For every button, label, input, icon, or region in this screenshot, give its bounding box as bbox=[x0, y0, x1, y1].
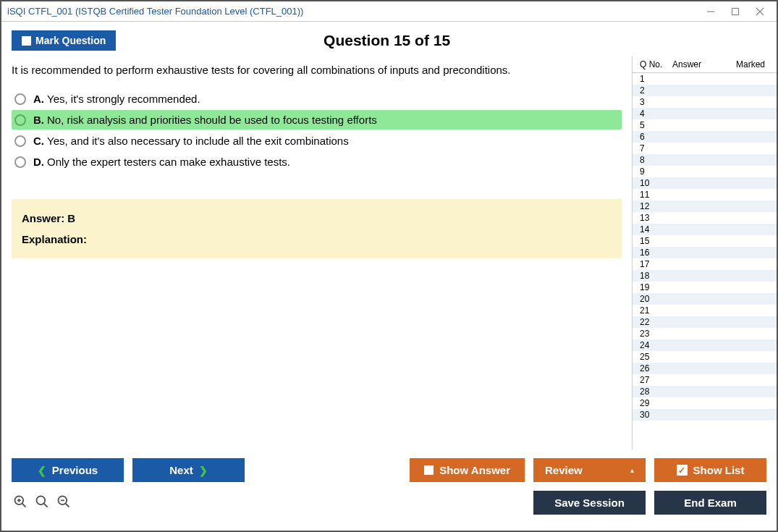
qlist-row[interactable]: 25 bbox=[633, 351, 777, 363]
review-button[interactable]: Review ▲ bbox=[533, 458, 646, 482]
qlist-row[interactable]: 23 bbox=[633, 328, 777, 339]
qno: 1 bbox=[640, 74, 672, 84]
choice-d[interactable]: D. Only the expert testers can make exha… bbox=[12, 152, 622, 172]
col-marked: Marked bbox=[723, 59, 772, 69]
qno: 15 bbox=[640, 236, 672, 246]
question-list-header: Q No. Answer Marked bbox=[633, 56, 777, 73]
button-row-2: Save Session End Exam bbox=[12, 491, 766, 515]
qlist-row[interactable]: 2 bbox=[633, 85, 777, 96]
close-icon[interactable] bbox=[755, 7, 765, 17]
svg-line-11 bbox=[66, 504, 69, 507]
qlist-row[interactable]: 27 bbox=[633, 374, 777, 386]
maximize-icon[interactable] bbox=[730, 7, 740, 17]
qno: 21 bbox=[640, 305, 672, 316]
header: Mark Question Question 15 of 15 bbox=[1, 22, 777, 56]
qlist-row[interactable]: 14 bbox=[633, 224, 777, 235]
app-window: iSQI CTFL_001 (ISTQB Certified Tester Fo… bbox=[0, 0, 778, 532]
qlist-row[interactable]: 26 bbox=[633, 363, 777, 374]
qno: 18 bbox=[640, 271, 672, 281]
qlist-row[interactable]: 13 bbox=[633, 212, 777, 224]
checkbox-checked-icon: ✓ bbox=[677, 465, 688, 476]
choice-letter: C. bbox=[33, 135, 44, 147]
choice-a[interactable]: A. Yes, it's strongly recommended. bbox=[12, 89, 622, 109]
qno: 10 bbox=[640, 178, 672, 188]
qlist-row[interactable]: 18 bbox=[633, 270, 777, 282]
qlist-row[interactable]: 10 bbox=[633, 177, 777, 189]
qlist-row[interactable]: 6 bbox=[633, 131, 777, 143]
answer-label: Answer: bbox=[22, 212, 64, 224]
zoom-out-icon[interactable] bbox=[56, 494, 71, 511]
qlist-row[interactable]: 1 bbox=[633, 73, 777, 85]
radio-icon bbox=[14, 156, 26, 168]
qlist-row[interactable]: 19 bbox=[633, 282, 777, 293]
qlist-row[interactable]: 16 bbox=[633, 247, 777, 258]
qlist-row[interactable]: 21 bbox=[633, 305, 777, 316]
qlist-row[interactable]: 3 bbox=[633, 96, 777, 108]
qlist-row[interactable]: 22 bbox=[633, 316, 777, 328]
choices-list: A. Yes, it's strongly recommended.B. No,… bbox=[12, 89, 622, 172]
qlist-row[interactable]: 12 bbox=[633, 200, 777, 212]
qlist-row[interactable]: 24 bbox=[633, 339, 777, 351]
radio-icon bbox=[14, 93, 26, 105]
window-title: iSQI CTFL_001 (ISTQB Certified Tester Fo… bbox=[7, 6, 706, 17]
qlist-row[interactable]: 11 bbox=[633, 189, 777, 200]
qlist-row[interactable]: 28 bbox=[633, 386, 777, 397]
choice-text: Yes, it's strongly recommended. bbox=[47, 93, 200, 105]
choice-letter: A. bbox=[33, 93, 44, 105]
end-exam-button[interactable]: End Exam bbox=[654, 491, 766, 515]
save-session-button[interactable]: Save Session bbox=[533, 491, 646, 515]
qno: 6 bbox=[640, 132, 672, 142]
qno: 11 bbox=[640, 190, 672, 200]
show-answer-button[interactable]: Show Answer bbox=[410, 458, 525, 482]
qlist-row[interactable]: 9 bbox=[633, 166, 777, 177]
show-list-button[interactable]: ✓ Show List bbox=[654, 458, 766, 482]
next-button[interactable]: Next ❯ bbox=[132, 458, 245, 482]
qno: 26 bbox=[640, 363, 672, 373]
question-text: It is recommended to perform exhaustive … bbox=[12, 64, 622, 76]
qno: 19 bbox=[640, 282, 672, 292]
show-list-label: Show List bbox=[693, 464, 745, 476]
qlist-row[interactable]: 29 bbox=[633, 397, 777, 409]
radio-icon bbox=[14, 114, 26, 126]
qno: 24 bbox=[640, 340, 672, 350]
qno: 16 bbox=[640, 248, 672, 258]
choice-text: Only the expert testers can make exhaust… bbox=[47, 156, 290, 168]
qlist-row[interactable]: 20 bbox=[633, 293, 777, 305]
checkbox-icon bbox=[22, 36, 31, 46]
minimize-icon[interactable] bbox=[706, 7, 716, 17]
qno: 5 bbox=[640, 120, 672, 130]
choice-b[interactable]: B. No, risk analysis and priorities shou… bbox=[12, 110, 622, 130]
qno: 12 bbox=[640, 201, 672, 211]
checkbox-icon bbox=[424, 465, 434, 475]
zoom-icon[interactable] bbox=[35, 494, 49, 511]
qlist-row[interactable]: 4 bbox=[633, 108, 777, 119]
radio-icon bbox=[14, 135, 26, 147]
qlist-row[interactable]: 30 bbox=[633, 409, 777, 421]
qlist-row[interactable]: 5 bbox=[633, 119, 777, 131]
answer-line: Answer: B bbox=[22, 212, 612, 224]
zoom-reset-icon[interactable] bbox=[13, 494, 28, 511]
qlist-row[interactable]: 17 bbox=[633, 258, 777, 270]
save-session-label: Save Session bbox=[554, 497, 625, 509]
qno: 23 bbox=[640, 329, 672, 339]
qno: 4 bbox=[640, 109, 672, 119]
qno: 17 bbox=[640, 259, 672, 269]
choice-c[interactable]: C. Yes, and it's also necessary to inclu… bbox=[12, 131, 622, 151]
col-qno: Q No. bbox=[640, 59, 672, 69]
qno: 27 bbox=[640, 375, 672, 385]
mark-question-button[interactable]: Mark Question bbox=[12, 30, 116, 51]
chevron-left-icon: ❮ bbox=[38, 465, 46, 476]
previous-button[interactable]: ❮ Previous bbox=[12, 458, 124, 482]
qlist-row[interactable]: 8 bbox=[633, 154, 777, 166]
question-list[interactable]: 1234567891011121314151617181920212223242… bbox=[633, 73, 777, 449]
chevron-up-icon: ▲ bbox=[629, 467, 635, 474]
window-controls bbox=[706, 7, 771, 17]
svg-point-8 bbox=[37, 497, 46, 505]
qlist-row[interactable]: 15 bbox=[633, 235, 777, 247]
qno: 20 bbox=[640, 294, 672, 304]
qlist-row[interactable]: 7 bbox=[633, 143, 777, 154]
content: It is recommended to perform exhaustive … bbox=[1, 56, 777, 449]
qno: 13 bbox=[640, 213, 672, 223]
col-answer: Answer bbox=[672, 59, 723, 69]
svg-line-9 bbox=[44, 504, 48, 507]
